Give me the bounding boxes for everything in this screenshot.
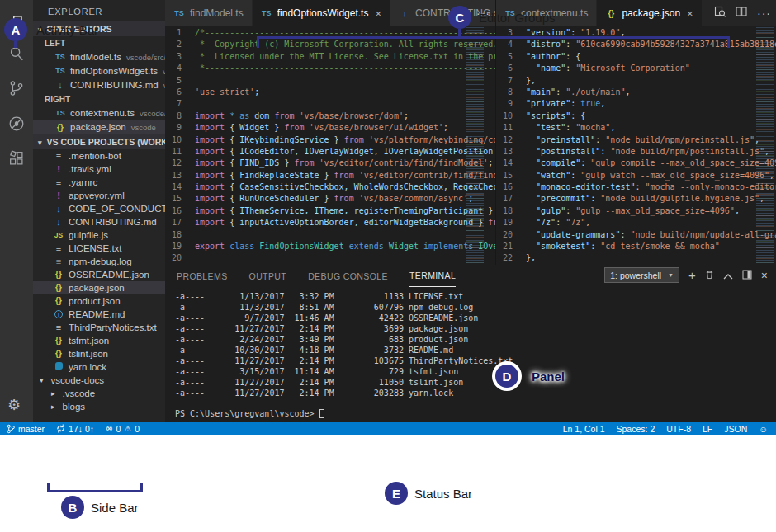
maximize-panel-icon[interactable] [723, 268, 733, 283]
open-editor-item[interactable]: ↓CONTRIBUTING.mdvscode [33, 78, 165, 92]
file-name: contextmenu.ts [70, 106, 135, 120]
excl-file-icon: ! [53, 189, 64, 202]
open-editor-item[interactable]: TScontextmenu.tsvscode/src/... [33, 106, 165, 120]
problems-status[interactable]: ⊗ 0 ⚠ 0 [106, 424, 140, 434]
ts-file-icon: TS [261, 9, 272, 17]
annotation-c-circle: C [448, 6, 471, 29]
open-editor-item[interactable]: TSfindOptionsWidget.tsvsco... [33, 64, 165, 78]
extensions-icon[interactable] [7, 148, 26, 168]
open-editor-item[interactable]: {}package.jsonvscode [33, 120, 165, 134]
line-number: 18 [165, 229, 195, 241]
open-editor-item[interactable]: TSfindModel.tsvscode/src/vs/... [33, 50, 165, 64]
tree-folder[interactable]: ▸.vscode [33, 387, 165, 400]
folder-name: .vscode [63, 387, 96, 400]
tree-item[interactable]: ↓CODE_OF_CONDUCT.md [33, 202, 165, 215]
code-line: 15 "watch": "gulp watch --max_old_space_… [496, 170, 776, 181]
file-name: CONTRIBUTING.md [69, 215, 157, 228]
code-line: 3 * Licensed under the MIT License. See … [165, 51, 495, 63]
code-text: * Licensed under the MIT License. See Li… [195, 51, 495, 63]
minimap[interactable] [466, 27, 484, 265]
tree-folder[interactable]: ▾vscode-docs [33, 374, 165, 387]
line-number: 18 [496, 205, 526, 217]
tree-item[interactable]: yarn.lock [33, 360, 165, 374]
sidebar-explorer: EXPLORER ▾ OPEN EDITORS LEFTTSfindModel.… [33, 0, 165, 422]
chevron-right-icon: ▸ [51, 400, 55, 413]
tree-item[interactable]: {}package.json [33, 281, 165, 294]
sync-status[interactable]: 17↓ 0↑ [56, 424, 94, 434]
line-number: 3 [165, 51, 195, 63]
panel-layout-icon[interactable] [742, 268, 752, 283]
settings-gear-icon[interactable]: ⚙ [7, 398, 21, 412]
code-text: import { inputActiveOptionBorder, editor… [195, 217, 495, 228]
close-tab-icon[interactable]: × [687, 7, 693, 20]
file-name: OSSREADME.json [69, 268, 149, 281]
code-text: import { Widget } from 'vs/base/browser/… [195, 122, 448, 134]
panel-tab-problems[interactable]: PROBLEMS [177, 265, 228, 287]
terminal-output[interactable]: -a---- 1/13/2017 3:32 PM 1133 LICENSE.tx… [175, 291, 513, 398]
search-icon[interactable] [7, 44, 26, 64]
code-line: 22}, [496, 252, 776, 264]
tree-item[interactable]: ≡ThirdPartyNotices.txt [33, 321, 165, 334]
code-text: }, [526, 252, 536, 264]
kill-terminal-icon[interactable] [705, 268, 714, 283]
source-control-icon[interactable] [7, 78, 26, 98]
tree-item[interactable]: ↓CONTRIBUTING.md [33, 215, 165, 228]
panel-tab-terminal[interactable]: TERMINAL [409, 265, 456, 287]
minimap[interactable] [756, 27, 774, 265]
annotation-b-label: Side Bar [91, 501, 139, 515]
line-number: 6 [496, 63, 526, 74]
tree-item[interactable]: {}tslint.json [33, 347, 165, 360]
code-text: "watch": "gulp watch --max_old_space_siz… [526, 170, 774, 181]
tree-item[interactable]: ≡.mention-bot [33, 149, 165, 162]
tree-item[interactable]: iREADME.md [33, 308, 165, 321]
code-text: export class FindOptionsWidget extends W… [195, 241, 495, 252]
code-line: 4 *-------------------------------------… [165, 63, 495, 74]
new-terminal-icon[interactable]: + [688, 269, 696, 281]
tree-item[interactable]: ≡npm-debug.log [33, 255, 165, 268]
panel-tab-debug-console[interactable]: DEBUG CONSOLE [308, 265, 388, 287]
split-editor-icon[interactable] [736, 6, 747, 21]
tree-item[interactable]: ≡LICENSE.txt [33, 242, 165, 255]
file-name: package.json [69, 281, 125, 294]
md-file-icon: ↓ [53, 215, 64, 228]
tree-item[interactable]: !appveyor.yml [33, 189, 165, 202]
code-text: import { IThemeService, ITheme, register… [195, 205, 495, 217]
encoding-status[interactable]: UTF-8 [666, 424, 691, 434]
git-branch-status[interactable]: master [7, 424, 45, 434]
editor-1-code[interactable]: 1/*-------------------------------------… [165, 27, 495, 265]
language-mode-status[interactable]: JSON [724, 424, 747, 434]
line-number: 21 [496, 241, 526, 252]
tree-item[interactable]: {}tsfmt.json [33, 334, 165, 347]
line-number: 7 [496, 75, 526, 87]
panel-tab-output[interactable]: OUTPUT [249, 265, 287, 287]
editor-tab[interactable]: {}package.json× [597, 0, 702, 26]
code-text: "preinstall": "node build/npm/preinstall… [526, 134, 759, 146]
tree-folder[interactable]: ▸blogs [33, 400, 165, 413]
tree-item[interactable]: !.travis.yml [33, 162, 165, 176]
code-text: "smoketest": "cd test/smoke && mocha" [526, 241, 720, 252]
close-tab-icon[interactable]: × [375, 7, 381, 20]
editor-2-code[interactable]: 3"version": "1.19.0",4"distro": "610ca69… [496, 27, 776, 265]
feedback-smiley-icon[interactable]: ☺ [759, 424, 768, 434]
more-actions-icon[interactable]: ··· [757, 7, 771, 20]
tree-item[interactable]: ≡.yarnrc [33, 176, 165, 189]
indentation-status[interactable]: Spaces: 2 [617, 424, 655, 434]
tree-item[interactable]: {}product.json [33, 294, 165, 308]
tree-item[interactable]: {}OSSREADME.json [33, 268, 165, 281]
open-preview-icon[interactable] [714, 6, 726, 21]
line-number: 6 [165, 87, 195, 98]
tree-item[interactable]: JSgulpfile.js [33, 228, 165, 242]
file-name: .mention-bot [69, 149, 121, 162]
code-line: 14import { CaseSensitiveCheckbox, WholeW… [165, 181, 495, 193]
workspace-header[interactable]: ▾ VS CODE PROJECTS (WORKSPACE) [33, 134, 165, 149]
close-panel-icon[interactable]: × [761, 270, 768, 281]
editor-tab[interactable]: TSfindModel.ts [165, 0, 253, 26]
debug-icon[interactable] [7, 114, 26, 134]
annotation-c-label: Editor Groups [479, 11, 556, 25]
terminal-picker-dropdown[interactable]: 1: powershell ▼ [604, 267, 679, 283]
cursor-position-status[interactable]: Ln 1, Col 1 [563, 424, 605, 434]
eol-status[interactable]: LF [703, 424, 712, 434]
ts-file-icon: TS [54, 64, 66, 78]
terminal-prompt[interactable]: PS C:\Users\gregvanl\vscode> [175, 409, 324, 418]
editor-tab[interactable]: TSfindOptionsWidget.ts× [253, 0, 390, 26]
